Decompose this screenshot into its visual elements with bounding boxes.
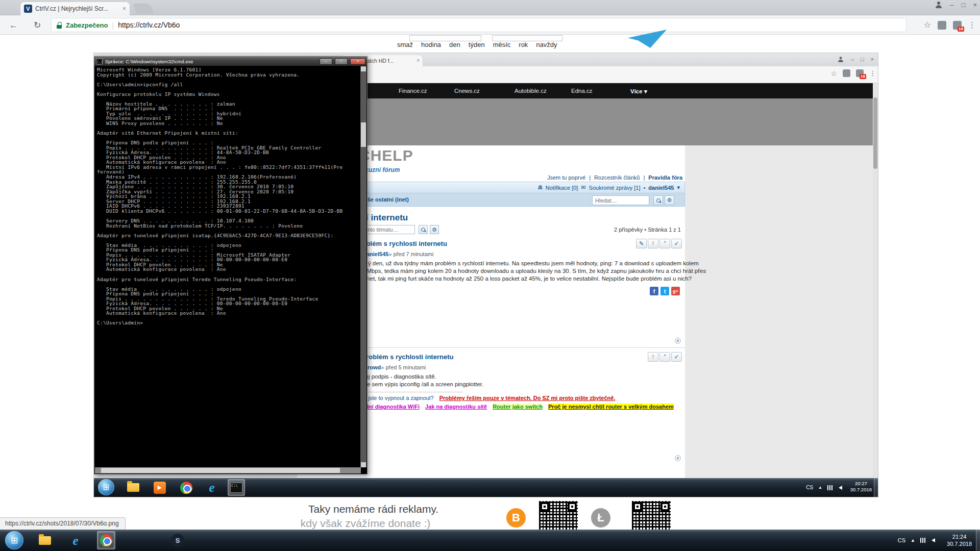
inner-clock: 20:27 30.7.2018 <box>850 481 872 493</box>
magnifier-icon <box>656 198 660 203</box>
inner-bookmark-star-icon: ☆ <box>830 70 837 77</box>
cmd-hscrollbar-thumb <box>101 468 340 473</box>
chrome-icon <box>100 534 112 546</box>
system-clock[interactable]: 21:24 30.7.2018 <box>947 533 972 548</box>
signature-link-diagnostics: Jak na diagnostiku sítě <box>425 404 487 410</box>
reload-button[interactable]: ↻ <box>34 21 41 30</box>
nav-item-den[interactable]: den <box>449 41 460 48</box>
cmd-vertical-scrollbar <box>360 66 366 467</box>
inner-time: 20:27 <box>850 481 872 487</box>
post-report-button: ! <box>648 239 658 248</box>
inner-extension-badge: 18 <box>860 74 866 79</box>
notifications-label: Notifikace [0] <box>546 185 578 191</box>
post-1-time: před 7 minutami <box>394 251 434 257</box>
inner-extension-icon <box>843 69 850 77</box>
topic-search-button <box>419 225 428 234</box>
signature-link-router-switch: Router jako switch <box>493 404 543 410</box>
nav-item-smaz[interactable]: smaž <box>397 41 413 48</box>
window-maximize-button[interactable]: □ <box>962 2 966 8</box>
inner-scrollbar <box>873 83 878 478</box>
forum-top-links: Jsem tu poprvé | Rozcestník článků | Pra… <box>450 174 682 181</box>
security-label: Zabezpečeno <box>66 21 108 29</box>
navlink-cnews: Cnews.cz <box>454 88 480 94</box>
screenshot-image[interactable]: es - Watch HD f... × – □ × ☆ 18 ⋮ Financ… <box>94 53 878 497</box>
status-bar-url: https://ctrlv.cz/shots/2018/07/30/Vb6o.p… <box>0 517 126 530</box>
steam-icon: S <box>171 534 184 547</box>
cmd-close-button: × <box>350 58 365 65</box>
posts-pagination: 2 příspěvky • Stránka 1 z 1 <box>502 227 681 233</box>
nav-item-rok[interactable]: rok <box>519 41 528 48</box>
bookmark-star-icon[interactable]: ☆ <box>924 21 931 29</box>
ie-taskbar-icon[interactable]: e <box>66 531 85 549</box>
start-button[interactable]: ⊞ <box>5 531 23 549</box>
post-1-body-line: Dobrý den, už dva týdny mám problém s ry… <box>355 260 699 266</box>
nav-item-navzdy[interactable]: navždy <box>536 41 557 48</box>
back-to-top-icon <box>675 455 681 461</box>
ie-icon: e <box>72 534 78 547</box>
more-caret-icon: ▾ <box>644 88 647 94</box>
inner-volume-icon <box>839 486 842 490</box>
window-minimize-button[interactable]: – <box>950 2 953 8</box>
inner-minimize-icon: – <box>851 57 854 62</box>
clock-time: 21:24 <box>947 533 972 540</box>
googleplus-share-icon: g+ <box>671 287 680 295</box>
tab-title: CtrlV.cz | Nejrychlejší Scr... <box>35 5 119 12</box>
post-2-time: před 5 minutami <box>385 364 426 370</box>
address-bar[interactable]: Zabezpečeno | https://ctrlv.cz/Vb6o <box>51 18 906 32</box>
post-quote-button: ” <box>659 239 670 248</box>
steam-taskbar-icon[interactable]: S <box>168 531 187 549</box>
explorer-taskbar-icon[interactable] <box>36 531 54 549</box>
inner-adblock-extension-icon: 18 <box>856 69 864 77</box>
username-label: daniel545 <box>648 185 674 191</box>
omnibox-separator: | <box>112 21 114 30</box>
inner-tab-close-icon: × <box>416 58 420 63</box>
nav-item-hodina[interactable]: hodina <box>421 41 441 48</box>
inner-language-indicator: CS <box>806 485 813 490</box>
profile-icon[interactable] <box>935 2 942 8</box>
tab-close-icon[interactable]: × <box>122 6 126 12</box>
post-1-body-line: 100 Mbps, tedka mám ping kolem 20 a hodn… <box>355 268 706 274</box>
forum-search-input <box>592 195 649 205</box>
inner-scrollbar-thumb <box>873 97 877 169</box>
inner-close-icon: × <box>871 57 874 62</box>
browser-tab[interactable]: V CtrlV.cz | Nejrychlejší Scr... × <box>20 2 130 15</box>
magnifier-icon <box>421 228 425 232</box>
new-tab-button[interactable] <box>133 4 154 14</box>
user-caret-icon: ▾ <box>677 184 680 191</box>
nav-item-mesic[interactable]: měsíc <box>493 41 511 48</box>
language-indicator[interactable]: CS <box>898 537 905 543</box>
inner-profile-icon <box>838 57 843 62</box>
tab-favicon-icon: V <box>24 5 32 13</box>
window-close-button[interactable]: × <box>973 2 977 8</box>
post-2-body-line: Pošlete sem výpis ipconfig /all a screen… <box>351 381 483 387</box>
tab-strip: V CtrlV.cz | Nejrychlejší Scr... × – □ × <box>0 0 980 15</box>
clock-date: 30.7.2018 <box>947 540 972 547</box>
secure-lock-icon <box>57 22 62 29</box>
post-quote-button: ” <box>659 352 670 362</box>
extension-icon[interactable] <box>938 21 946 30</box>
ad-text-line-1: Taky nemáme rádi reklamy. <box>308 503 438 515</box>
extension-badge: 18 <box>958 27 964 32</box>
inner-show-desktop-button <box>874 478 878 497</box>
inner-media-player-icon: ▶ <box>151 479 168 496</box>
chrome-taskbar-icon[interactable] <box>97 531 115 549</box>
signature-line-2: Základní diagnostika WiFi Jak na diagnos… <box>351 404 678 410</box>
adblock-extension-icon[interactable]: 18 <box>953 21 962 30</box>
show-desktop-button[interactable] <box>976 530 980 551</box>
private-messages-label: Soukromé zprávy [1] <box>589 185 641 191</box>
cmd-horizontal-scrollbar <box>95 467 361 473</box>
network-icon[interactable] <box>920 538 926 543</box>
twitter-share-icon: t <box>660 287 669 295</box>
back-button[interactable]: ← <box>9 21 18 30</box>
tray-expand-icon[interactable]: ▲ <box>911 538 915 543</box>
inner-menu-icon: ⋮ <box>869 69 876 77</box>
nav-item-tyden[interactable]: týden <box>469 41 485 48</box>
url-text[interactable]: https://ctrlv.cz/Vb6o <box>118 21 180 29</box>
back-to-top-icon <box>675 338 681 344</box>
volume-icon[interactable] <box>932 538 935 542</box>
browser-menu-icon[interactable]: ⋮ <box>968 20 976 30</box>
inner-maximize-icon: □ <box>861 57 864 62</box>
inner-chrome-icon <box>178 479 195 496</box>
notifications-bell-icon <box>538 185 543 190</box>
ctrlv-nav: smaž hodina den týden měsíc rok navždy <box>397 41 557 48</box>
